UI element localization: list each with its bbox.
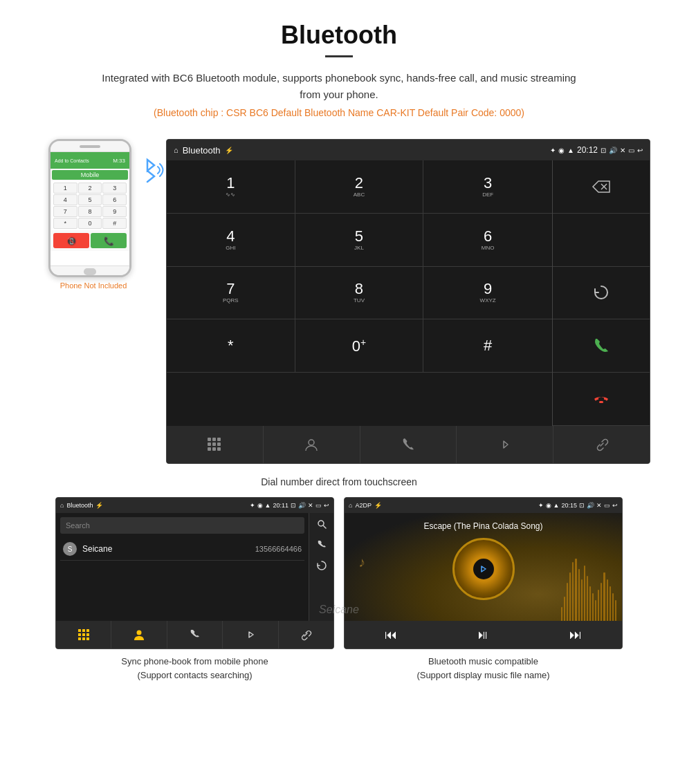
svg-rect-8: [217, 442, 221, 446]
volume-icon[interactable]: 🔊: [609, 147, 617, 154]
dial-key-6[interactable]: 6 MNO: [423, 214, 552, 267]
screen-icon[interactable]: ▭: [628, 147, 634, 154]
home-icon[interactable]: ⌂: [174, 146, 178, 154]
phonebook-statusbar: ⌂ Bluetooth ⚡ ✦ ◉ ▲ 20:11 ⊡ 🔊 ✕ ▭ ↩: [56, 498, 333, 513]
svg-rect-4: [212, 438, 216, 441]
dial-key-1[interactable]: 1 ∿∿: [167, 160, 295, 214]
vol-icon-music[interactable]: 🔊: [587, 502, 594, 509]
music-screen: ⌂ A2DP ⚡ ✦ ◉ ▲ 20:15 ⊡ 🔊 ✕ ▭ ↩: [344, 497, 623, 649]
time-pb: 20:11: [273, 502, 288, 509]
call-button[interactable]: [553, 319, 650, 373]
music-note-icon: ♪: [358, 554, 365, 570]
pb-btn-phone[interactable]: [167, 621, 223, 648]
loc-icon-pb: ◉: [257, 502, 263, 509]
location-icon: ◉: [558, 147, 565, 154]
music-bottom-bar: ⏮ ⏯ ⏭: [345, 621, 622, 648]
page-header: Bluetooth Integrated with BC6 Bluetooth …: [0, 0, 678, 125]
prev-track-button[interactable]: ⏮: [385, 628, 397, 642]
phone-top: [51, 141, 129, 152]
svg-rect-21: [78, 637, 81, 640]
bt-icon-pb: ✦: [250, 502, 255, 509]
home-icon-pb[interactable]: ⌂: [60, 502, 64, 509]
call-sidebar-icon[interactable]: [316, 539, 327, 553]
back-icon-music[interactable]: ↩: [612, 502, 618, 509]
dial-key-2[interactable]: 2 ABC: [295, 160, 424, 214]
pb-btn-link[interactable]: [279, 621, 333, 648]
svg-point-24: [137, 631, 142, 635]
dial-key-9[interactable]: 9 WXYZ: [423, 267, 552, 320]
dialpad-caption: Dial number direct from touchscreen: [0, 476, 678, 487]
svg-rect-19: [82, 633, 85, 636]
back-icon[interactable]: ↩: [637, 147, 643, 154]
toolbar-call-btn[interactable]: [360, 426, 457, 463]
camera-icon[interactable]: ⊡: [601, 147, 606, 154]
music-screen-wrap: ⌂ A2DP ⚡ ✦ ◉ ▲ 20:15 ⊡ 🔊 ✕ ▭ ↩: [344, 497, 623, 682]
svg-rect-20: [86, 633, 89, 636]
play-pause-button[interactable]: ⏯: [477, 628, 489, 642]
dial-key-3[interactable]: 3 DEF: [423, 160, 552, 214]
refresh-sidebar-icon[interactable]: [316, 560, 327, 574]
search-placeholder: Search: [66, 521, 90, 530]
dial-key-star[interactable]: *: [167, 319, 295, 373]
backspace-button[interactable]: [553, 160, 650, 214]
phone-not-included-label: Phone Not Included: [60, 281, 127, 290]
music-caption: Bluetooth music compatible (Support disp…: [344, 655, 623, 682]
pb-title: Bluetooth: [66, 502, 93, 509]
phone-mockup: Add to Contacts M:33 Mobile 123 456 789 …: [48, 139, 138, 277]
scr-icon-music[interactable]: ▭: [604, 502, 610, 509]
pb-btn-bt[interactable]: [223, 621, 278, 648]
close-icon[interactable]: ✕: [620, 147, 625, 154]
contact-avatar: S: [63, 542, 77, 556]
toolbar-dialpad-btn[interactable]: [167, 426, 264, 463]
dialpad-screen: ⌂ Bluetooth ⚡ ✦ ◉ ▲ 20:12 ⊡ 🔊 ✕ ▭ ↩: [166, 139, 650, 464]
end-call-button[interactable]: [553, 373, 650, 426]
dial-key-hash[interactable]: #: [423, 319, 552, 373]
contact-number: 13566664466: [255, 545, 302, 553]
svg-line-14: [323, 526, 326, 529]
svg-rect-6: [208, 442, 211, 446]
x-icon-music[interactable]: ✕: [596, 502, 602, 509]
home-icon-music[interactable]: ⌂: [349, 502, 352, 509]
pb-btn-grid[interactable]: [56, 621, 111, 648]
toolbar-link-btn[interactable]: [553, 426, 650, 463]
refresh-button[interactable]: [553, 267, 650, 320]
sig-icon-pb: ▲: [265, 502, 271, 509]
dial-key-4[interactable]: 4 GHI: [167, 214, 295, 267]
back-icon-pb[interactable]: ↩: [324, 502, 329, 509]
phonebook-caption: Sync phone-book from mobile phone (Suppo…: [55, 655, 334, 682]
search-sidebar-icon[interactable]: [316, 519, 327, 532]
scr-icon-pb[interactable]: ▭: [315, 502, 322, 509]
x-icon-pb[interactable]: ✕: [308, 502, 313, 509]
vol-icon-pb[interactable]: 🔊: [298, 502, 306, 509]
signal-icon: ▲: [567, 147, 574, 154]
svg-rect-10: [212, 447, 216, 451]
time-display: 20:12: [577, 145, 598, 155]
next-track-button[interactable]: ⏭: [569, 628, 582, 642]
dial-key-5[interactable]: 5 JKL: [295, 214, 424, 267]
contact-row[interactable]: S Seicane 13566664466: [60, 538, 304, 561]
cam-icon-pb[interactable]: ⊡: [291, 502, 296, 509]
phonebook-bottom-bar: [56, 621, 333, 648]
svg-rect-16: [82, 629, 85, 632]
pb-btn-person[interactable]: [111, 621, 167, 648]
music-statusbar: ⌂ A2DP ⚡ ✦ ◉ ▲ 20:15 ⊡ 🔊 ✕ ▭ ↩: [345, 498, 622, 513]
svg-rect-7: [212, 442, 216, 446]
music-title-bar: A2DP: [355, 502, 372, 509]
statusbar-title: Bluetooth: [183, 145, 221, 156]
toolbar-bluetooth-btn[interactable]: [457, 426, 553, 463]
dialpad-right: [553, 160, 650, 426]
dial-key-7[interactable]: 7 PQRS: [167, 267, 295, 320]
page-description: Integrated with BC6 Bluetooth module, su…: [97, 70, 581, 103]
bt-status-icon: ✦: [550, 147, 556, 154]
cam-icon-music[interactable]: ⊡: [579, 502, 585, 509]
search-bar[interactable]: Search: [60, 517, 304, 534]
svg-point-12: [309, 440, 314, 445]
phonebook-content: Search S Seicane 13566664466: [56, 513, 333, 565]
home-button[interactable]: [84, 268, 96, 275]
song-title: Escape (The Pina Colada Song): [423, 521, 542, 531]
toolbar-contacts-btn[interactable]: [264, 426, 360, 463]
dial-key-0[interactable]: 0+: [295, 319, 424, 373]
dial-key-8[interactable]: 8 TUV: [295, 267, 424, 320]
phone-call-bar: Add to Contacts M:33: [51, 152, 129, 169]
phonebook-screen: ⌂ Bluetooth ⚡ ✦ ◉ ▲ 20:11 ⊡ 🔊 ✕ ▭ ↩: [55, 497, 334, 649]
